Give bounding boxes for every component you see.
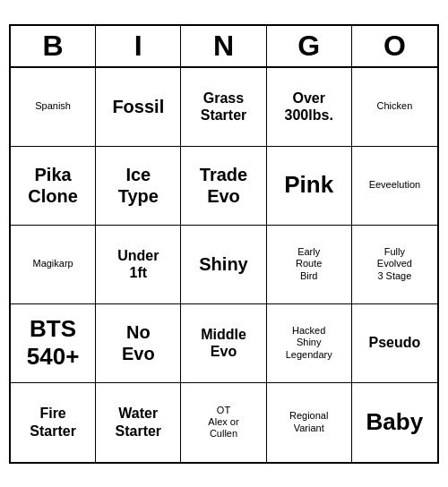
- bingo-header: BINGO: [11, 26, 437, 68]
- cell-label: Ice Type: [118, 164, 159, 207]
- cell-label: Over 300lbs.: [285, 90, 333, 124]
- bingo-header-letter: I: [96, 26, 181, 66]
- cell-label: Trade Evo: [200, 164, 247, 207]
- bingo-cell: Fossil: [96, 68, 181, 147]
- cell-label: Pink: [284, 171, 333, 199]
- bingo-card: BINGO SpanishFossilGrass StarterOver 300…: [9, 24, 439, 464]
- cell-label: Magikarp: [32, 258, 73, 269]
- cell-label: Fossil: [112, 96, 164, 117]
- bingo-cell: Under 1ft: [96, 226, 181, 304]
- bingo-cell: Early Route Bird: [267, 226, 352, 304]
- cell-label: Shiny: [199, 253, 247, 275]
- bingo-cell: Spanish: [11, 68, 96, 147]
- cell-label: Fire Starter: [30, 405, 76, 439]
- bingo-header-letter: N: [181, 26, 266, 66]
- cell-label: BTS 540+: [27, 315, 80, 371]
- cell-label: Pika Clone: [28, 164, 78, 207]
- bingo-cell: Regional Variant: [267, 383, 352, 462]
- bingo-cell: Over 300lbs.: [267, 68, 352, 147]
- cell-label: Early Route Bird: [296, 246, 322, 282]
- cell-label: Under 1ft: [117, 247, 159, 281]
- cell-label: Grass Starter: [201, 90, 247, 124]
- bingo-cell: Chicken: [352, 68, 437, 147]
- cell-label: No Evo: [122, 321, 155, 364]
- bingo-cell: Middle Evo: [181, 304, 266, 383]
- bingo-cell: Pika Clone: [11, 147, 96, 226]
- cell-label: Regional Variant: [289, 410, 328, 433]
- cell-label: Water Starter: [116, 405, 162, 439]
- bingo-header-letter: B: [11, 26, 96, 66]
- bingo-cell: No Evo: [96, 304, 181, 383]
- cell-label: OT Alex or Cullen: [208, 405, 238, 440]
- bingo-cell: Ice Type: [96, 147, 181, 226]
- cell-label: Spanish: [35, 100, 71, 112]
- bingo-cell: Water Starter: [96, 383, 181, 462]
- bingo-cell: Hacked Shiny Legendary: [267, 304, 352, 383]
- bingo-cell: Trade Evo: [181, 147, 266, 226]
- bingo-cell: Eeveelution: [352, 147, 437, 226]
- bingo-header-letter: O: [352, 26, 437, 66]
- bingo-cell: Pseudo: [352, 304, 437, 383]
- bingo-cell: Grass Starter: [181, 68, 266, 147]
- bingo-cell: Magikarp: [11, 226, 96, 304]
- bingo-cell: Fire Starter: [11, 383, 96, 462]
- cell-label: Pseudo: [368, 334, 420, 351]
- cell-label: Baby: [366, 408, 424, 436]
- cell-label: Fully Evolved 3 Stage: [377, 246, 412, 282]
- cell-label: Middle Evo: [201, 326, 246, 360]
- bingo-cell: BTS 540+: [11, 304, 96, 383]
- bingo-grid: SpanishFossilGrass StarterOver 300lbs.Ch…: [11, 68, 437, 462]
- bingo-cell: OT Alex or Cullen: [181, 383, 266, 462]
- bingo-cell: Shiny: [181, 226, 266, 304]
- bingo-header-letter: G: [267, 26, 352, 66]
- cell-label: Hacked Shiny Legendary: [286, 325, 332, 361]
- bingo-cell: Pink: [267, 147, 352, 226]
- cell-label: Eeveelution: [369, 179, 421, 191]
- bingo-cell: Baby: [352, 383, 437, 462]
- bingo-cell: Fully Evolved 3 Stage: [352, 226, 437, 304]
- cell-label: Chicken: [377, 100, 413, 112]
